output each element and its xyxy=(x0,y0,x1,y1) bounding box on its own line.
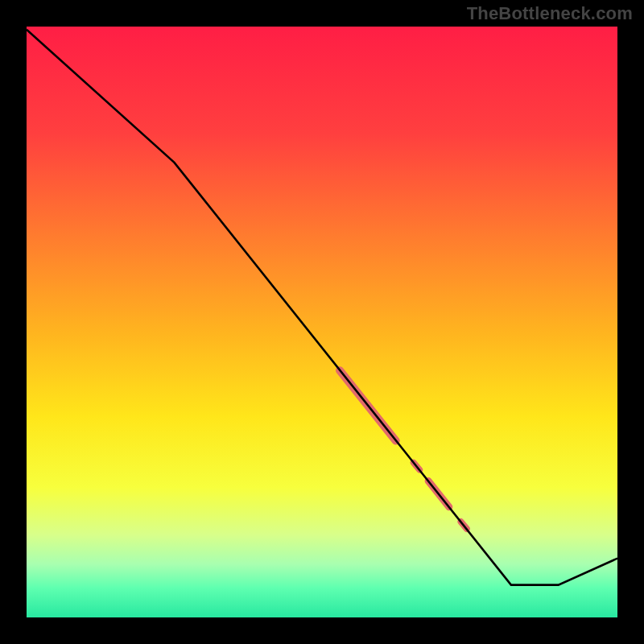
watermark-label: TheBottleneck.com xyxy=(467,3,633,24)
gradient-background xyxy=(27,27,617,617)
plot-area xyxy=(27,27,617,617)
plot-svg xyxy=(27,27,617,617)
chart-frame: TheBottleneck.com xyxy=(0,0,644,644)
